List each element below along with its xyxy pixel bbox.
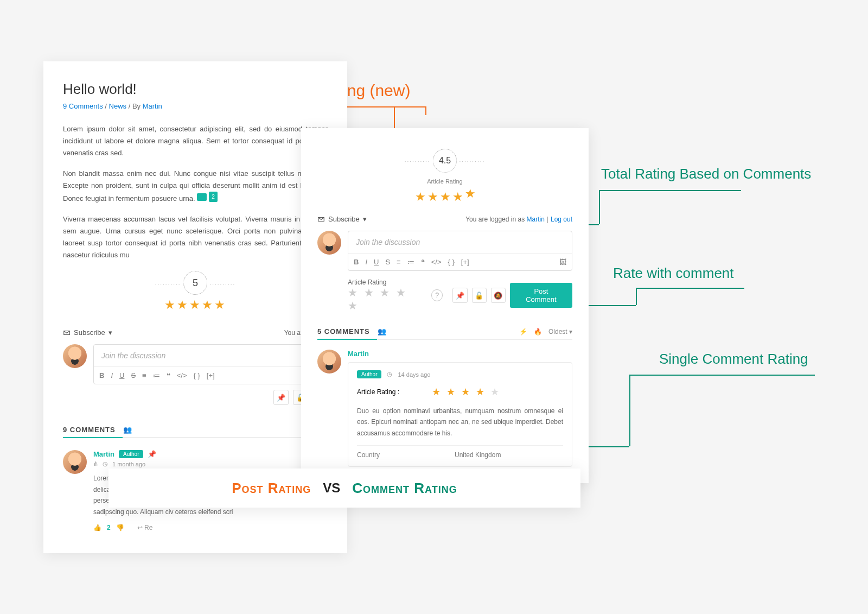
comment-editor[interactable]: Join the discussion B I U S ≡ ≔ ❝ </> { …: [348, 231, 572, 271]
annotation-single-rating: Single Comment Rating: [659, 351, 808, 368]
avatar: [317, 350, 341, 374]
comment-item: Martin Author ◷ 14 days ago Article Rati…: [317, 350, 572, 467]
article-rating-widget: ·········· 4.5 ·········· Article Rating…: [317, 149, 572, 204]
editor-toolbar: B I U S ≡ ≔ ❝ </> { } [+] 🖼: [348, 253, 572, 270]
banner-post-rating: Post Rating: [232, 480, 311, 497]
comment-input[interactable]: Join the discussion: [94, 345, 327, 366]
thumbs-up-icon[interactable]: 👍: [93, 524, 101, 531]
post-comment-button[interactable]: Post Comment: [510, 283, 572, 308]
bolt-icon[interactable]: ⚡: [519, 328, 527, 336]
bold-icon[interactable]: B: [354, 258, 359, 266]
users-icon[interactable]: 👥: [123, 426, 132, 434]
rating-stars-icon[interactable]: ★★★★: [415, 190, 465, 204]
pin-icon[interactable]: 📌: [452, 288, 467, 303]
comment-editor[interactable]: Join the discussion B I U S ≡ ≔ ❝ </> { …: [93, 344, 328, 384]
rating-label: Article Rating: [317, 178, 572, 185]
quote-icon[interactable]: ❝: [421, 258, 425, 266]
comment-input[interactable]: Join the discussion: [348, 231, 572, 253]
logged-user-link[interactable]: Martin: [526, 216, 544, 223]
clock-icon: ◷: [387, 371, 392, 378]
code-icon[interactable]: </>: [431, 258, 442, 266]
comments-count-label: 9 COMMENTS: [63, 426, 116, 434]
comment-rating-stars-icon: ★ ★ ★ ★ ★: [432, 386, 501, 398]
logout-link[interactable]: Log out: [551, 216, 572, 223]
post-rating-widget: ·········· 5 ·········· ★★★★★: [63, 271, 328, 312]
inline-comment-badge[interactable]: 2: [197, 192, 218, 202]
article-panel-right: ·········· 4.5 ·········· Article Rating…: [301, 128, 589, 483]
author-badge: Author: [119, 450, 143, 458]
reply-button[interactable]: ↩ Re: [137, 524, 153, 531]
italic-icon[interactable]: I: [111, 371, 113, 379]
rating-value-circle: 4.5: [433, 149, 457, 173]
italic-icon[interactable]: I: [365, 258, 367, 266]
clock-icon: ◷: [103, 460, 108, 467]
login-status: You are logged in as Martin|Log out: [465, 216, 572, 223]
annotation-rate-with: Rate with comment: [613, 265, 734, 282]
article-paragraph: Lorem ipsum dolor sit amet, consectetur …: [63, 123, 328, 159]
author-badge: Author: [357, 370, 381, 378]
bold-icon[interactable]: B: [99, 371, 104, 379]
comment-rating-label: Article Rating :: [357, 388, 399, 396]
pin-icon[interactable]: 📌: [273, 390, 289, 405]
rss-icon[interactable]: ⋔: [93, 460, 98, 467]
article-paragraph: Viverra maecenas accumsan lacus vel faci…: [63, 213, 328, 261]
field-value: United Kingdom: [455, 451, 501, 459]
codeblock-icon[interactable]: { }: [448, 258, 454, 266]
mute-icon[interactable]: 🔕: [491, 288, 506, 303]
chevron-down-icon: ▾: [108, 328, 112, 337]
avatar: [63, 450, 87, 474]
quote-icon[interactable]: ❝: [167, 371, 170, 379]
speech-bubble-icon: [197, 193, 207, 201]
comment-text: Duo eu option nominavi urbanitas, numqua…: [357, 406, 563, 439]
chevron-down-icon: ▾: [363, 215, 367, 223]
upvote-count: 2: [107, 524, 111, 531]
codeblock-icon[interactable]: { }: [193, 371, 200, 379]
image-upload-icon[interactable]: 🖼: [559, 258, 566, 266]
strike-icon[interactable]: S: [131, 371, 136, 379]
ordered-list-icon[interactable]: ≡: [142, 371, 146, 379]
meta-author-link[interactable]: Martin: [143, 102, 162, 110]
commenter-name[interactable]: Martin: [348, 350, 369, 358]
rating-dots-right: ··········: [209, 281, 235, 287]
unordered-list-icon[interactable]: ≔: [407, 258, 414, 266]
editor-toolbar: B I U S ≡ ≔ ❝ </> { } [+]: [94, 366, 327, 384]
article-paragraph: Non blandit massa enim nec dui. Nunc con…: [63, 168, 328, 205]
subscribe-button[interactable]: Subscribe ▾: [317, 215, 367, 223]
unordered-list-icon[interactable]: ≔: [153, 371, 160, 379]
ordered-list-icon[interactable]: ≡: [397, 258, 401, 266]
rating-stars-icon[interactable]: ★★★★★: [164, 298, 227, 312]
strike-icon[interactable]: S: [385, 258, 390, 266]
comment-time: 1 month ago: [112, 461, 145, 467]
field-label: Country: [357, 451, 455, 459]
banner-vs: VS: [323, 480, 340, 496]
subscribe-button[interactable]: Subscribe ▾: [63, 328, 112, 337]
comments-list-header: 5 COMMENTS 👥 ⚡ 🔥 Oldest: [317, 327, 572, 340]
code-icon[interactable]: </>: [177, 371, 187, 379]
more-icon[interactable]: [+]: [461, 258, 469, 266]
comments-count-label: 5 COMMENTS: [317, 327, 370, 336]
avatar: [317, 231, 341, 255]
avatar: [63, 344, 87, 368]
meta-category-link[interactable]: News: [109, 102, 127, 110]
envelope-icon: [63, 329, 71, 337]
thumbs-down-icon[interactable]: 👎: [116, 524, 124, 531]
sort-dropdown[interactable]: Oldest: [548, 328, 572, 336]
post-meta: 9 Comments / News / By Martin: [63, 102, 328, 110]
comments-list-header: 9 COMMENTS 👥 ❝❝ ⚡: [63, 426, 328, 438]
users-icon[interactable]: 👥: [378, 327, 386, 336]
envelope-icon: [317, 216, 325, 223]
underline-icon[interactable]: U: [119, 371, 124, 379]
rate-input-stars[interactable]: ★ ★ ★ ★ ★: [348, 286, 422, 312]
meta-comments-link[interactable]: 9 Comments: [63, 102, 103, 110]
lock-icon[interactable]: 🔓: [472, 288, 487, 303]
underline-icon[interactable]: U: [374, 258, 379, 266]
more-icon[interactable]: [+]: [207, 371, 215, 379]
rate-with-comment-label: Article Rating: [348, 278, 422, 286]
help-icon[interactable]: ?: [431, 289, 443, 301]
comparison-banner: Post Rating VS Comment Rating: [108, 469, 580, 508]
custom-field-row: Country United Kingdom: [357, 445, 563, 459]
commenter-name[interactable]: Martin: [93, 450, 114, 458]
annotation-total-rating: Total Rating Based on Comments: [601, 166, 811, 182]
flame-icon[interactable]: 🔥: [534, 328, 542, 336]
page-title: Hello world!: [63, 81, 328, 98]
